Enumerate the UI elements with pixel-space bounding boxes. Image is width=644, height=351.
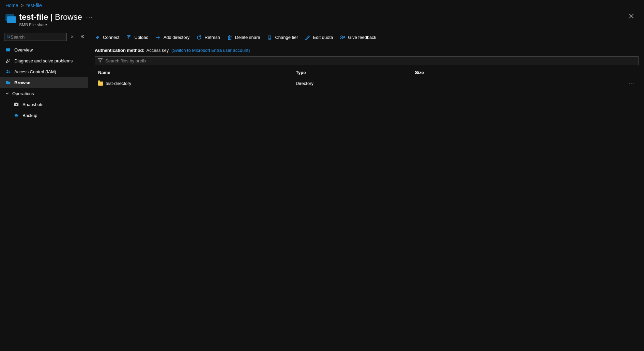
sidebar-item-label: Browse — [14, 80, 30, 85]
breadcrumb: Home > test-file — [0, 0, 644, 11]
change-tier-button[interactable]: Change tier — [267, 35, 298, 40]
cloud-icon — [14, 113, 19, 118]
sidebar-item-label: Access Control (IAM) — [14, 69, 56, 74]
file-table: Name Type Size test-directory Directory … — [95, 67, 639, 89]
sidebar-search[interactable] — [4, 33, 67, 41]
sidebar-item-diagnose[interactable]: Diagnose and solve problems — [0, 55, 88, 66]
svg-rect-4 — [6, 48, 10, 52]
trash-icon — [227, 35, 232, 40]
file-search-input[interactable] — [105, 58, 635, 63]
sidebar-item-overview[interactable]: Overview — [0, 44, 88, 55]
folder-icon — [98, 82, 103, 86]
page-header: test-file | Browse SMB File share ··· — [0, 11, 644, 31]
sidebar-item-label: Diagnose and solve problems — [14, 58, 73, 63]
auth-method: Access key — [147, 48, 169, 53]
people-icon — [5, 69, 11, 74]
sidebar-item-label: Overview — [14, 47, 33, 53]
camera-icon — [14, 102, 19, 107]
page-title: test-file | Browse — [19, 12, 82, 22]
svg-line-3 — [9, 37, 10, 38]
page-subtitle: SMB File share — [19, 23, 82, 27]
sidebar: ✕ Overview Diagnose and solve problems — [0, 31, 88, 121]
col-size[interactable]: Size — [412, 70, 625, 75]
sidebar-item-label: Backup — [22, 113, 37, 118]
row-type: Directory — [292, 81, 412, 86]
feedback-icon — [340, 35, 345, 40]
svg-marker-22 — [98, 58, 102, 62]
main-content: Connect Upload Add directory Refresh — [88, 31, 644, 121]
refresh-icon — [196, 35, 202, 40]
svg-rect-14 — [228, 36, 231, 40]
sidebar-group-label: Operations — [12, 91, 34, 96]
close-icon — [629, 14, 634, 18]
breadcrumb-current[interactable]: test-file — [27, 3, 42, 8]
filter-icon — [98, 58, 103, 64]
svg-point-21 — [341, 36, 342, 37]
col-type[interactable]: Type — [292, 70, 412, 75]
connect-button[interactable]: Connect — [95, 35, 119, 40]
svg-point-5 — [6, 70, 8, 71]
col-name[interactable]: Name — [95, 70, 292, 75]
edit-quota-button[interactable]: Edit quota — [305, 35, 333, 40]
toolbar: Connect Upload Add directory Refresh — [95, 31, 639, 44]
sidebar-search-input[interactable] — [11, 34, 64, 40]
fileshare-icon — [5, 14, 16, 25]
sidebar-group-operations[interactable]: Operations — [0, 88, 88, 99]
give-feedback-button[interactable]: Give feedback — [340, 35, 376, 40]
svg-rect-9 — [15, 103, 17, 103]
collapse-sidebar-button[interactable] — [80, 34, 85, 40]
svg-point-20 — [269, 38, 271, 40]
breadcrumb-home[interactable]: Home — [5, 3, 18, 8]
sidebar-item-iam[interactable]: Access Control (IAM) — [0, 66, 88, 77]
pencil-icon — [305, 35, 310, 40]
plug-icon — [95, 35, 100, 40]
table-row[interactable]: test-directory Directory ··· — [95, 78, 639, 89]
svg-point-8 — [16, 104, 17, 105]
svg-point-6 — [9, 71, 10, 72]
thermometer-icon — [267, 35, 272, 40]
more-options-button[interactable]: ··· — [86, 12, 93, 23]
file-search[interactable] — [95, 56, 639, 65]
breadcrumb-separator: > — [21, 3, 24, 8]
close-button[interactable] — [629, 14, 634, 19]
folder-icon — [5, 80, 11, 85]
sidebar-item-snapshots[interactable]: Snapshots — [0, 99, 88, 110]
auth-label: Authentication method: — [95, 48, 144, 53]
row-name: test-directory — [106, 81, 131, 86]
overview-icon — [5, 47, 11, 52]
wrench-icon — [5, 58, 11, 63]
chevron-double-left-icon — [80, 34, 85, 39]
chevron-down-icon — [5, 91, 9, 96]
add-directory-button[interactable]: Add directory — [155, 35, 190, 40]
svg-rect-19 — [269, 35, 270, 38]
row-more-button[interactable]: ··· — [625, 81, 639, 86]
sidebar-item-label: Snapshots — [22, 102, 43, 107]
plus-icon — [155, 35, 161, 40]
svg-point-2 — [7, 35, 10, 37]
upload-button[interactable]: Upload — [126, 35, 148, 40]
clear-search-button[interactable]: ✕ — [70, 34, 75, 39]
upload-icon — [126, 35, 132, 40]
refresh-button[interactable]: Refresh — [196, 35, 220, 40]
auth-switch-link[interactable]: (Switch to Microsoft Entra user account) — [171, 48, 250, 53]
sidebar-item-browse[interactable]: Browse — [0, 77, 88, 88]
table-header: Name Type Size — [95, 67, 639, 78]
search-icon — [6, 34, 11, 40]
sidebar-item-backup[interactable]: Backup — [0, 110, 88, 121]
delete-share-button[interactable]: Delete share — [227, 35, 260, 40]
auth-method-row: Authentication method: Access key (Switc… — [95, 44, 639, 56]
